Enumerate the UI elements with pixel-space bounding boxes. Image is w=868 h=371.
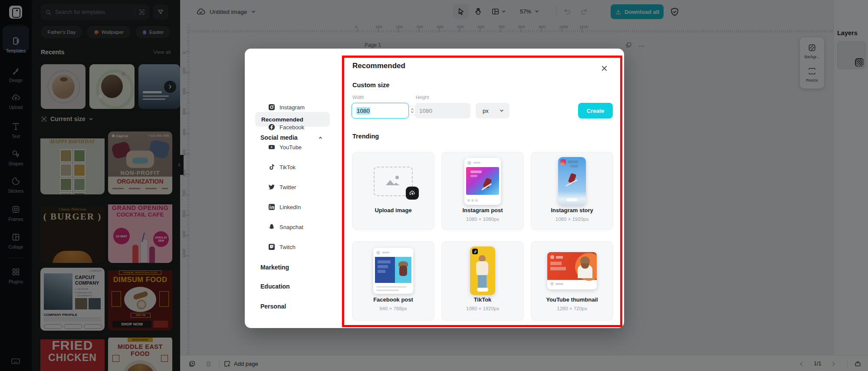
yt-thumb-thumbnail: [531, 247, 613, 295]
facebook-icon: [268, 124, 275, 131]
chevron-up-icon: [318, 135, 323, 140]
image-placeholder-icon: [384, 174, 401, 188]
trending-card-fb-post[interactable]: Facebook post 940 × 788px: [352, 241, 434, 321]
trending-card-tiktok[interactable]: TikTok 1080 × 1920px: [441, 241, 524, 321]
nav-section-social-media[interactable]: Social media: [260, 133, 298, 142]
trending-card-upload[interactable]: Upload image: [352, 152, 434, 230]
fb-post-thumbnail: [352, 247, 434, 295]
width-label: Width: [352, 95, 364, 100]
capcut-editor-screen: Untitled image 57% 0 100 200: [0, 0, 868, 371]
nav-item-facebook[interactable]: Facebook: [268, 122, 304, 132]
height-value: 1080: [419, 108, 432, 114]
nav-item-twitter[interactable]: Twitter: [268, 182, 296, 192]
nav-item-youtube[interactable]: YouTube: [268, 142, 302, 152]
trending-card-ig-story[interactable]: Instagram story 1080 × 1920px: [531, 152, 613, 230]
height-input[interactable]: 1080: [415, 103, 470, 118]
aspect-link-icon[interactable]: [409, 106, 416, 115]
custom-size-title: Custom size: [352, 82, 389, 89]
tiktok-icon: [268, 164, 275, 171]
height-label: Height: [416, 95, 429, 100]
width-value: 1080: [356, 107, 370, 115]
ig-post-thumbnail: [442, 158, 523, 205]
unit-value: px: [483, 108, 489, 114]
twitter-icon: [268, 184, 275, 190]
nav-section-marketing[interactable]: Marketing: [260, 264, 289, 271]
nav-item-instagram[interactable]: Instagram: [268, 102, 305, 112]
width-input[interactable]: 1080: [352, 103, 409, 118]
tiktok-thumbnail: [442, 247, 523, 295]
linkedin-icon: [268, 204, 275, 210]
modal-nav: Recommended Social media Instagram Faceb…: [245, 49, 342, 328]
ig-story-thumbnail: [531, 158, 613, 205]
close-button[interactable]: [599, 63, 609, 73]
chevron-down-icon: [499, 108, 504, 113]
nav-item-snapchat[interactable]: Snapchat: [268, 222, 303, 232]
nav-item-linkedin[interactable]: LinkedIn: [268, 202, 301, 212]
snapchat-icon: [268, 223, 275, 230]
nav-item-twitch[interactable]: Twitch: [268, 242, 296, 252]
trending-card-ig-post[interactable]: Instagram post 1080 × 1080px: [441, 152, 524, 230]
close-icon: [601, 65, 608, 72]
create-label: Create: [587, 108, 604, 114]
upload-thumbnail: [352, 158, 434, 205]
nav-item-tiktok[interactable]: TikTok: [268, 162, 296, 172]
twitch-icon: [268, 243, 275, 250]
nav-section-personal[interactable]: Personal: [260, 303, 286, 310]
nav-section-education[interactable]: Education: [260, 283, 290, 290]
modal-title: Recommended: [352, 62, 405, 70]
youtube-icon: [268, 144, 275, 151]
unit-select[interactable]: px: [476, 103, 510, 118]
upload-cloud-icon: [409, 190, 416, 197]
trending-card-yt-thumb[interactable]: YouTube thumbnail 1280 × 720px: [531, 241, 613, 321]
instagram-icon: [268, 104, 275, 111]
resize-modal: Recommended Social media Instagram Faceb…: [245, 49, 624, 328]
trending-title: Trending: [352, 133, 379, 140]
create-button[interactable]: Create: [578, 103, 613, 118]
